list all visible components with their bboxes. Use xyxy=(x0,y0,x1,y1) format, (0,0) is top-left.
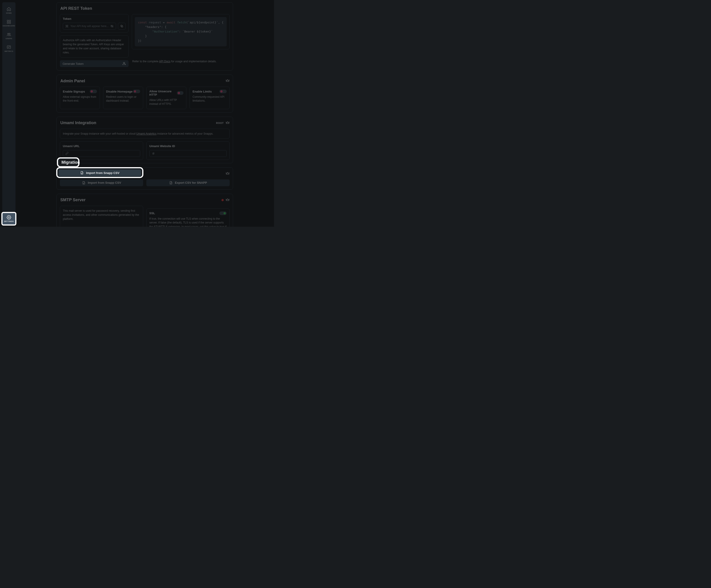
token-field-card: Token xyxy=(60,14,129,32)
smtp-title: SMTP Server xyxy=(60,198,86,202)
umami-id-card: Umami Website ID xyxy=(146,141,230,160)
panel-admin: Admin Panel Enable Signups Allow externa… xyxy=(57,74,233,113)
admin-title: Admin Panel xyxy=(60,79,85,84)
toggle-enable-signups: Enable Signups Allow external signups fr… xyxy=(60,87,100,109)
nav-metrics-label: METRICS xyxy=(4,50,13,52)
umami-title: Umami Integration xyxy=(60,120,96,125)
users-icon xyxy=(6,32,11,37)
grid-icon xyxy=(6,20,11,24)
svg-point-5 xyxy=(9,33,10,34)
smtp-status-dot xyxy=(221,199,224,201)
toggle-allow-http: Allow Unsecure HTTP Allow URLs with HTTP… xyxy=(146,87,187,109)
nav-home[interactable]: HOME xyxy=(2,4,16,17)
crown-icon xyxy=(225,78,230,84)
link-icon xyxy=(65,152,68,155)
home-icon xyxy=(6,7,11,12)
highlight-import-button: Import from Snapp CSV xyxy=(57,168,142,177)
csv-import-icon xyxy=(82,181,86,185)
ssl-desc: If true, the connection will use TLS whe… xyxy=(149,217,227,227)
api-docs-line: Refer to the complete API Docs for usage… xyxy=(132,59,230,64)
svg-rect-0 xyxy=(7,20,9,22)
panel-smtp: SMTP Server This mail server is used for… xyxy=(57,194,233,227)
copy-token-button[interactable] xyxy=(118,23,126,29)
umami-id-input-wrapper xyxy=(149,150,227,157)
toggle-enable-signups-switch[interactable] xyxy=(90,90,97,93)
code-sample-card: const request = await fetch(`api/${endpo… xyxy=(132,14,230,49)
umami-id-label: Umami Website ID xyxy=(149,144,227,148)
generate-token-label: Generate Token xyxy=(63,62,84,66)
hash-icon xyxy=(152,152,155,155)
eye-off-icon[interactable] xyxy=(110,25,113,28)
api-docs-link[interactable]: API Docs xyxy=(159,60,170,63)
highlight-migration-title: Migration xyxy=(58,158,78,166)
svg-point-4 xyxy=(7,33,9,34)
token-desc: Authorize API calls with an Authorizatio… xyxy=(63,38,126,54)
toggle-allow-http-switch[interactable] xyxy=(177,91,184,95)
toggle-enable-limits: Enable Limits Community-requested API li… xyxy=(190,87,230,109)
nav-users[interactable]: USERS xyxy=(2,29,16,42)
copy-icon xyxy=(120,25,123,28)
umami-analytics-link[interactable]: Umami Analytics xyxy=(136,132,156,135)
smtp-ssl-card: SSL If true, the connection will use TLS… xyxy=(146,208,230,227)
nav-home-label: HOME xyxy=(6,12,12,14)
svg-rect-3 xyxy=(9,22,11,24)
smtp-desc-card: This mail server is used for password re… xyxy=(60,206,143,227)
ssl-label: SSL xyxy=(149,211,155,215)
highlight-settings-nav[interactable]: SETTINGS xyxy=(2,213,15,224)
token-input-wrapper xyxy=(63,23,116,29)
ssl-toggle[interactable] xyxy=(219,211,227,215)
panel-api-token: API REST Token Token xyxy=(57,2,233,70)
root-tag: ROOT xyxy=(216,122,224,125)
metrics-icon xyxy=(6,45,11,50)
generate-token-button[interactable]: Generate Token xyxy=(60,60,129,67)
toggle-disable-homepage: Disable Homepage Redirect users to login… xyxy=(103,87,143,109)
umami-url-input-wrapper xyxy=(63,150,140,157)
nav-users-label: USERS xyxy=(5,38,12,40)
sparkle-icon xyxy=(122,62,126,66)
sidebar: HOME DASHBOARD USERS METRICS SETTINGS xyxy=(2,2,16,224)
import-csv-button[interactable]: Import from Snapp CSV xyxy=(59,169,141,176)
api-panel-title: API REST Token xyxy=(60,6,92,11)
crown-icon xyxy=(225,171,230,176)
token-label: Token xyxy=(63,17,126,20)
import-csv-button-under[interactable]: Import from Snapp CSV xyxy=(60,179,143,186)
main-content: API REST Token Token xyxy=(18,0,272,227)
csv-import-icon xyxy=(80,171,84,175)
umami-url-card: Umami URL xyxy=(60,141,143,160)
svg-rect-1 xyxy=(9,20,11,22)
umami-desc: Integrate your Snapp instance with your … xyxy=(63,132,227,136)
nav-dashboard[interactable]: DASHBOARD xyxy=(2,17,16,29)
umami-url-input[interactable] xyxy=(70,152,138,155)
umami-id-input[interactable] xyxy=(157,152,224,155)
svg-rect-2 xyxy=(7,22,9,24)
csv-export-icon xyxy=(169,181,173,185)
crown-icon xyxy=(225,198,230,203)
panel-umami: Umami Integration ROOT Integrate your Sn… xyxy=(57,117,233,163)
token-input[interactable] xyxy=(70,25,109,28)
crown-icon xyxy=(225,120,230,126)
umami-url-label: Umami URL xyxy=(63,144,140,148)
smtp-desc: This mail server is used for password re… xyxy=(63,209,140,221)
toggle-disable-homepage-switch[interactable] xyxy=(133,90,140,93)
svg-point-11 xyxy=(8,217,9,218)
nav-metrics[interactable]: METRICS xyxy=(2,42,16,55)
nav-dashboard-label: DASHBOARD xyxy=(3,25,15,27)
code-block: const request = await fetch(`api/${endpo… xyxy=(135,17,227,46)
export-csv-button[interactable]: Export CSV for SNAPP xyxy=(146,179,230,186)
toggle-enable-limits-switch[interactable] xyxy=(219,90,227,93)
gear-icon xyxy=(6,215,11,220)
token-desc-card: Authorize API calls with an Authorizatio… xyxy=(60,35,129,58)
command-icon xyxy=(65,25,68,28)
